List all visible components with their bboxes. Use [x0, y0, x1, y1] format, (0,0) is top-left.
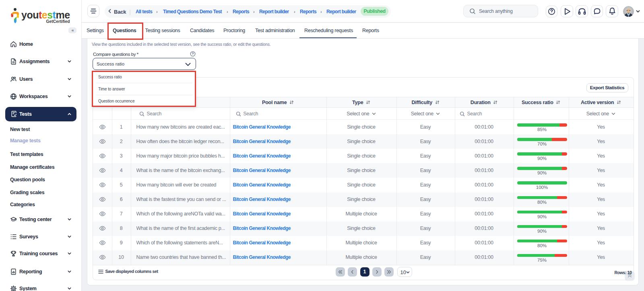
svg-text:GetCertified: GetCertified — [46, 19, 70, 24]
svg-text:youtestme: youtestme — [21, 9, 70, 20]
